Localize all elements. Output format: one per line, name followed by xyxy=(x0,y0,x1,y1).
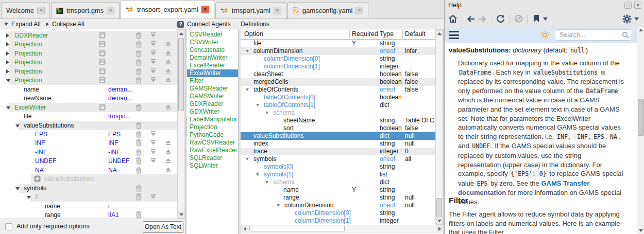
move-down-icon[interactable] xyxy=(150,50,157,58)
tree-row-NA[interactable]: NANA xyxy=(0,166,177,175)
help-scrollbar-thumb[interactable] xyxy=(638,99,644,136)
defs-row-schema[interactable]: schemadict xyxy=(241,178,435,186)
defs-row-symbols-1-[interactable]: symbols[1]list xyxy=(241,171,435,178)
defs-column-header-option[interactable]: Option xyxy=(244,30,263,38)
collapse-arrow-icon[interactable] xyxy=(277,204,280,207)
expand-arrow-icon[interactable] xyxy=(6,69,9,74)
delete-icon[interactable] xyxy=(135,41,142,49)
collapse-arrow-icon[interactable] xyxy=(265,181,268,184)
move-down-icon[interactable] xyxy=(150,149,157,156)
collapse-arrow-icon[interactable] xyxy=(15,187,20,190)
defs-row-columnDimension-0-[interactable]: columnDimension[0]string xyxy=(241,55,435,63)
agent-item-rawexcelreader[interactable]: RawExcelReader xyxy=(187,147,238,154)
move-down-icon[interactable] xyxy=(150,131,157,138)
move-up-icon[interactable] xyxy=(165,157,172,165)
agent-item-csvwriter[interactable]: CSVWriter xyxy=(187,39,238,46)
open-as-text-button[interactable]: Open As Text xyxy=(143,221,183,233)
delete-icon[interactable] xyxy=(135,167,142,175)
stop-icon[interactable] xyxy=(513,13,524,25)
delete-icon[interactable] xyxy=(135,139,142,148)
delete-icon[interactable] xyxy=(135,193,142,202)
collapse-arrow-icon[interactable] xyxy=(256,104,259,106)
comment-icon[interactable] xyxy=(99,50,106,58)
agent-item-sqlreader[interactable]: SQLReader xyxy=(187,154,238,162)
tree-row-ExcelWriter[interactable]: ExcelWriter xyxy=(0,103,177,112)
collapse-arrow-icon[interactable] xyxy=(246,88,249,91)
defs-row-range[interactable]: rangestringnull xyxy=(241,194,435,202)
delete-icon[interactable] xyxy=(135,59,142,67)
move-down-icon[interactable] xyxy=(150,139,157,147)
tree-value[interactable]: i!A1 xyxy=(108,210,119,219)
defs-row-clearSheet[interactable]: clearSheetbooleanfalse xyxy=(241,70,435,78)
defs-row-columnDimension[interactable]: columnDimensiononeofinfer xyxy=(241,47,435,55)
collapse-arrow-icon[interactable] xyxy=(246,50,249,52)
tree-value[interactable]: deman... xyxy=(108,85,132,94)
tab-trnsport-yaml[interactable]: trnsport.yaml✕ xyxy=(215,2,286,19)
delete-icon[interactable] xyxy=(135,157,142,166)
splitter-handle-left[interactable] xyxy=(186,117,187,135)
tree-row-name[interactable]: namei xyxy=(0,202,177,211)
agent-item-gdxreader[interactable]: GDXReader xyxy=(187,100,238,108)
tree-row-file[interactable]: filetrnspo... xyxy=(0,112,177,121)
tab-close-icon[interactable]: ✕ xyxy=(355,7,363,14)
tab-gamsconfig-yaml[interactable]: gamsconfig.yaml✕ xyxy=(287,2,369,19)
delete-icon[interactable] xyxy=(135,185,142,193)
delete-icon[interactable] xyxy=(135,149,142,157)
defs-row-valueSubstitutions[interactable]: valueSubstitutionsdictnull xyxy=(241,132,435,140)
expand-arrow-icon[interactable] xyxy=(6,60,9,64)
help-question-icon[interactable]: ? xyxy=(177,21,184,28)
definitions-horizontal-scrollbar[interactable] xyxy=(241,225,444,232)
tree-row-newName[interactable]: newNamedeman... xyxy=(0,94,177,103)
agent-item-domainwriter[interactable]: DomainWriter xyxy=(187,54,238,62)
defs-row-tableOfContents-1-[interactable]: tableOfContents[1]dict xyxy=(241,101,435,109)
defs-row-sort[interactable]: sortbooleanfalse xyxy=(241,124,435,132)
defs-row-schema[interactable]: schema xyxy=(241,109,435,117)
defs-row-symbols-0-[interactable]: symbols[0]string xyxy=(241,163,435,171)
tree-row-Projection[interactable]: Projection xyxy=(0,76,177,85)
tree-row-valueSubstitutions[interactable]: valueSubstitutions xyxy=(0,174,177,184)
move-down-icon[interactable] xyxy=(150,68,157,76)
agent-item-excelwriter[interactable]: ExcelWriter xyxy=(187,69,238,77)
defs-row-index[interactable]: indexstringnull xyxy=(241,140,435,148)
bookmark-menu-caret[interactable] xyxy=(542,13,548,25)
agent-item-rawcsvreader[interactable]: RawCSVReader xyxy=(187,139,238,147)
defs-row-symbols[interactable]: symbolsoneofall xyxy=(241,155,435,163)
defs-column-header-type[interactable]: Type xyxy=(380,30,394,38)
move-down-icon[interactable] xyxy=(150,32,157,40)
add-item-icon[interactable] xyxy=(34,175,41,184)
comment-icon[interactable] xyxy=(99,59,106,67)
search-magnifier-icon[interactable] xyxy=(622,31,629,40)
required-options-checkbox[interactable] xyxy=(5,223,12,230)
collapse-all-button[interactable]: Collapse All xyxy=(46,19,84,29)
agent-item-gamsreader[interactable]: GAMSReader xyxy=(187,85,238,93)
tree-value[interactable]: EPS xyxy=(108,130,121,139)
tree-row-range[interactable]: rangei!A1 xyxy=(0,210,177,219)
expand-arrow-icon[interactable] xyxy=(6,33,9,38)
defs-row-file[interactable]: fileYstring xyxy=(241,40,435,47)
collapse-arrow-icon[interactable] xyxy=(27,196,31,199)
delete-icon[interactable] xyxy=(135,122,142,131)
tree-value[interactable]: UNDEF xyxy=(108,156,129,166)
move-down-icon[interactable] xyxy=(150,193,157,201)
collapse-arrow-icon[interactable] xyxy=(6,106,10,110)
defs-row-mergedCells[interactable]: mergedCellsbooleanfalse xyxy=(241,78,435,86)
tree-row-UNDEF[interactable]: UNDEFUNDEF xyxy=(0,156,177,166)
tab-close-icon[interactable]: ✕ xyxy=(274,7,281,14)
bookmark-icon[interactable] xyxy=(531,13,542,25)
defs-row-trace[interactable]: traceinteger0 xyxy=(241,148,435,155)
delete-icon[interactable] xyxy=(135,32,142,41)
reload-icon[interactable] xyxy=(495,13,506,25)
delete-icon[interactable] xyxy=(135,104,142,113)
tree-row-symbols[interactable]: symbols xyxy=(0,184,177,193)
tree-value[interactable]: i xyxy=(108,202,110,211)
tree-value[interactable]: INF xyxy=(108,138,118,148)
tree-row-valueSubstitutions[interactable]: valueSubstitutions xyxy=(0,121,177,130)
move-up-icon[interactable] xyxy=(165,50,172,58)
move-down-icon[interactable] xyxy=(150,157,157,165)
defs-column-header-required[interactable]: Required xyxy=(352,30,378,38)
move-up-icon[interactable] xyxy=(165,41,172,48)
defs-row-columnDimension-1-[interactable]: columnDimension[1]integer xyxy=(241,63,435,70)
comment-icon[interactable] xyxy=(99,77,106,85)
expand-arrow-icon[interactable] xyxy=(6,42,9,46)
expand-all-button[interactable]: Expand All xyxy=(4,19,41,29)
